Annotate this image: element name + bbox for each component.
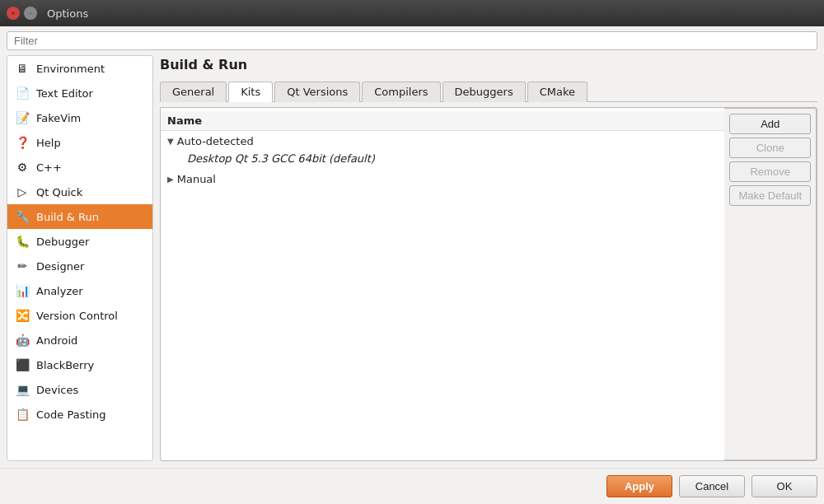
- blackberry-icon: ⬛: [14, 357, 30, 373]
- sidebar-label-text-editor: Text Editor: [36, 87, 93, 100]
- sidebar-label-debugger: Debugger: [36, 236, 89, 248]
- sidebar-item-build-run[interactable]: 🔧 Build & Run: [7, 204, 152, 229]
- text-editor-icon: 📄: [14, 85, 30, 101]
- fakevim-icon: 📝: [14, 110, 30, 126]
- sidebar-item-debugger[interactable]: 🐛 Debugger: [7, 229, 152, 254]
- sidebar-item-devices[interactable]: 💻 Devices: [7, 377, 152, 402]
- sidebar-item-blackberry[interactable]: ⬛ BlackBerry: [7, 352, 152, 377]
- titlebar: × − Options: [0, 0, 824, 26]
- tree-area: Name ▼Auto-detectedDesktop Qt 5.3 GCC 64…: [160, 107, 817, 461]
- tree-group: ▶Manual: [161, 169, 724, 189]
- window-title: Options: [47, 7, 817, 20]
- sidebar-label-code-pasting: Code Pasting: [36, 408, 106, 421]
- sidebar-label-qt-quick: Qt Quick: [36, 186, 82, 198]
- tree-list: Name ▼Auto-detectedDesktop Qt 5.3 GCC 64…: [161, 108, 724, 460]
- tree-group-label[interactable]: ▶Manual: [161, 170, 724, 188]
- make-default-button: Make Default: [729, 185, 811, 206]
- tree-child-item[interactable]: Desktop Qt 5.3 GCC 64bit (default): [161, 150, 724, 167]
- tab-compilers[interactable]: Compilers: [362, 82, 440, 102]
- tree-content: ▼Auto-detectedDesktop Qt 5.3 GCC 64bit (…: [161, 131, 724, 189]
- tree-arrow-icon: ▶: [167, 175, 174, 184]
- tree-col-header: Name: [161, 111, 724, 131]
- clone-button: Clone: [729, 138, 811, 158]
- debugger-icon: 🐛: [14, 233, 30, 250]
- sidebar-label-build-run: Build & Run: [36, 211, 99, 223]
- sidebar-label-designer: Designer: [36, 260, 84, 273]
- build-run-icon: 🔧: [14, 208, 30, 225]
- sidebar-label-android: Android: [36, 334, 77, 347]
- sidebar-item-version-control[interactable]: 🔀 Version Control: [7, 303, 152, 328]
- tab-kits[interactable]: Kits: [228, 82, 273, 102]
- sidebar-label-help: Help: [36, 137, 61, 149]
- sidebar-label-devices: Devices: [36, 384, 78, 396]
- filter-input[interactable]: [7, 31, 817, 50]
- sidebar-item-designer[interactable]: ✏ Designer: [7, 254, 152, 278]
- environment-icon: 🖥: [14, 60, 30, 77]
- designer-icon: ✏: [14, 258, 30, 274]
- minimize-button[interactable]: −: [24, 7, 37, 20]
- android-icon: 🤖: [14, 332, 30, 348]
- sidebar-item-environment[interactable]: 🖥 Environment: [7, 56, 152, 81]
- tab-cmake[interactable]: CMake: [527, 82, 588, 102]
- sidebar-item-code-pasting[interactable]: 📋 Code Pasting: [7, 402, 152, 427]
- cancel-button[interactable]: Cancel: [679, 475, 745, 497]
- tree-group-label[interactable]: ▼Auto-detected: [161, 133, 724, 150]
- analyzer-icon: 📊: [14, 282, 30, 299]
- sidebar-item-analyzer[interactable]: 📊 Analyzer: [7, 278, 152, 303]
- window-controls: × −: [7, 7, 37, 20]
- sidebar-label-blackberry: BlackBerry: [36, 359, 94, 371]
- close-button[interactable]: ×: [7, 7, 20, 20]
- sidebar-item-text-editor[interactable]: 📄 Text Editor: [7, 81, 152, 105]
- tab-general[interactable]: General: [160, 82, 227, 102]
- tree-group: ▼Auto-detectedDesktop Qt 5.3 GCC 64bit (…: [161, 131, 724, 169]
- content-area: 🖥 Environment 📄 Text Editor 📝 FakeVim ❓ …: [0, 55, 824, 468]
- tab-bar: GeneralKitsQt VersionsCompilersDebuggers…: [160, 81, 817, 102]
- remove-button: Remove: [729, 161, 811, 182]
- sidebar-label-analyzer: Analyzer: [36, 285, 83, 297]
- sidebar-item-android[interactable]: 🤖 Android: [7, 328, 152, 352]
- panel-title: Build & Run: [160, 55, 817, 76]
- sidebar-label-environment: Environment: [36, 63, 105, 75]
- sidebar-item-cpp[interactable]: ⚙ C++: [7, 155, 152, 180]
- tab-debuggers[interactable]: Debuggers: [442, 82, 526, 102]
- sidebar-item-help[interactable]: ❓ Help: [7, 130, 152, 155]
- devices-icon: 💻: [14, 381, 30, 398]
- apply-button[interactable]: Apply: [606, 475, 672, 497]
- action-buttons: AddCloneRemoveMake Default: [724, 108, 817, 460]
- tree-arrow-icon: ▼: [167, 137, 174, 146]
- main-panel: Build & Run GeneralKitsQt VersionsCompil…: [160, 55, 817, 461]
- filter-row: [0, 26, 824, 55]
- sidebar-item-fakevim[interactable]: 📝 FakeVim: [7, 105, 152, 130]
- sidebar-label-cpp: C++: [36, 161, 62, 174]
- tab-qt-versions[interactable]: Qt Versions: [274, 82, 360, 102]
- ok-button[interactable]: OK: [751, 475, 817, 497]
- bottom-bar: Apply Cancel OK: [0, 468, 824, 504]
- add-button[interactable]: Add: [729, 114, 811, 134]
- sidebar-label-version-control: Version Control: [36, 310, 118, 322]
- qt-quick-icon: ▷: [14, 184, 30, 200]
- sidebar-label-fakevim: FakeVim: [36, 112, 81, 124]
- main-window: 🖥 Environment 📄 Text Editor 📝 FakeVim ❓ …: [0, 26, 824, 504]
- sidebar: 🖥 Environment 📄 Text Editor 📝 FakeVim ❓ …: [7, 55, 153, 461]
- version-control-icon: 🔀: [14, 307, 30, 324]
- sidebar-item-qt-quick[interactable]: ▷ Qt Quick: [7, 180, 152, 204]
- code-pasting-icon: 📋: [14, 406, 30, 422]
- cpp-icon: ⚙: [14, 159, 30, 175]
- help-icon: ❓: [14, 134, 30, 151]
